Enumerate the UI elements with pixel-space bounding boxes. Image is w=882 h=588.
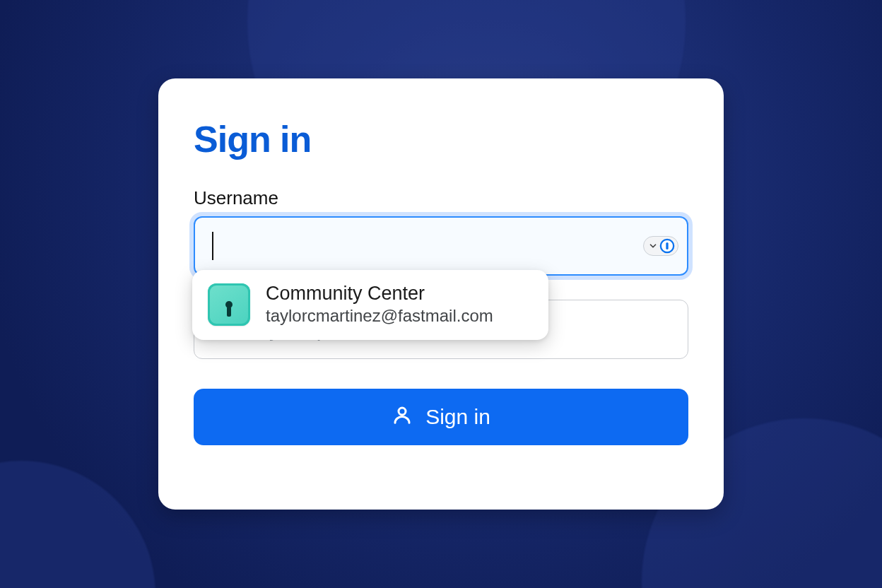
keyhole-icon [225,301,233,308]
signin-card: Sign in Username Password [158,78,724,510]
svg-point-2 [399,408,406,415]
autofill-suggestion[interactable]: Community Center taylorcmartinez@fastmai… [192,270,548,340]
password-manager-pill[interactable] [643,236,678,256]
username-input-wrap [194,216,688,276]
onepassword-icon [659,238,675,254]
autofill-text: Community Center taylorcmartinez@fastmai… [266,283,493,326]
background-bubble [0,461,155,588]
chevron-down-icon [648,241,658,251]
page-title: Sign in [194,118,688,160]
username-label: Username [194,187,688,209]
vault-icon [208,283,250,326]
signin-button[interactable]: Sign in [194,389,688,445]
signin-button-label: Sign in [425,405,490,429]
svg-rect-1 [666,242,668,249]
autofill-subtitle: taylorcmartinez@fastmail.com [266,306,493,326]
user-icon [392,404,413,430]
autofill-title: Community Center [266,283,493,305]
username-input[interactable] [194,216,688,276]
text-caret [212,232,213,260]
